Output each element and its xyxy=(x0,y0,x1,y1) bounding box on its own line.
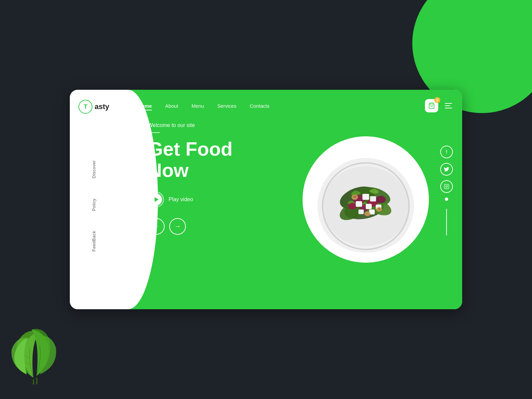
svg-point-12 xyxy=(376,196,386,203)
sidebar-item-feedback[interactable]: FeedBack xyxy=(91,231,96,252)
svg-rect-25 xyxy=(444,184,449,189)
logo[interactable]: T asty xyxy=(78,100,109,114)
facebook-icon[interactable]: f xyxy=(440,146,453,158)
hamburger-menu-button[interactable] xyxy=(445,103,452,108)
next-button[interactable]: → xyxy=(169,218,186,235)
social-icons-panel: f xyxy=(440,146,453,235)
logo-letter: T xyxy=(84,103,87,110)
svg-rect-19 xyxy=(358,209,364,214)
nav-actions: 2 xyxy=(425,99,452,112)
mint-decoration xyxy=(7,318,73,386)
svg-rect-15 xyxy=(370,196,376,201)
nav-links: Home About Menu Services Contacts xyxy=(138,103,425,109)
play-label: Play video xyxy=(169,197,193,202)
svg-point-13 xyxy=(348,203,357,209)
cart-button[interactable]: 2 xyxy=(425,99,438,112)
twitter-icon[interactable] xyxy=(440,163,453,176)
nav-services[interactable]: Services xyxy=(217,103,236,109)
svg-rect-14 xyxy=(362,194,369,200)
svg-point-26 xyxy=(446,186,447,187)
sidebar: T asty Discover Policy FeedBack xyxy=(70,90,118,309)
navbar: Home About Menu Services Contacts 2 xyxy=(118,90,462,112)
menu-line-2 xyxy=(445,105,450,106)
main-card: T asty Discover Policy FeedBack Home Abo… xyxy=(70,90,462,309)
hero-title-line2: Now xyxy=(148,159,189,181)
main-content: Home About Menu Services Contacts 2 xyxy=(118,90,462,309)
logo-name: asty xyxy=(94,102,109,111)
prev-button[interactable]: ← xyxy=(148,218,165,235)
logo-icon: T xyxy=(78,100,92,114)
nav-menu[interactable]: Menu xyxy=(192,103,204,109)
sidebar-item-policy[interactable]: Policy xyxy=(91,199,96,211)
mint-leaves-svg xyxy=(7,318,73,384)
nav-home[interactable]: Home xyxy=(138,103,152,109)
food-image-container xyxy=(303,136,429,263)
svg-point-23 xyxy=(364,211,370,216)
sidebar-navigation: Discover Policy FeedBack xyxy=(91,160,96,252)
play-inner-circle xyxy=(150,194,162,205)
menu-line-1 xyxy=(445,103,452,104)
svg-rect-18 xyxy=(366,204,372,209)
cart-badge: 2 xyxy=(434,97,440,103)
social-vertical-line xyxy=(446,209,447,235)
food-image xyxy=(311,145,421,254)
play-triangle-icon xyxy=(155,197,159,202)
svg-rect-16 xyxy=(356,201,362,207)
food-circle-outer xyxy=(303,136,429,263)
hero-subtitle: Welcome to our site xyxy=(148,122,462,128)
sidebar-item-discover[interactable]: Discover xyxy=(91,160,96,179)
nav-contacts[interactable]: Contacts xyxy=(250,103,269,109)
play-circle xyxy=(148,192,164,207)
svg-point-27 xyxy=(448,185,448,186)
twitter-bird-icon xyxy=(444,167,449,172)
cart-icon xyxy=(428,102,435,109)
hero-subtitle-divider xyxy=(148,132,160,133)
instagram-icon[interactable] xyxy=(440,180,453,193)
hero-title-line1: Get Food xyxy=(148,138,233,160)
instagram-camera-icon xyxy=(444,184,449,189)
nav-about[interactable]: About xyxy=(165,103,178,109)
social-indicator-dot xyxy=(445,198,448,201)
menu-line-3 xyxy=(445,108,452,108)
